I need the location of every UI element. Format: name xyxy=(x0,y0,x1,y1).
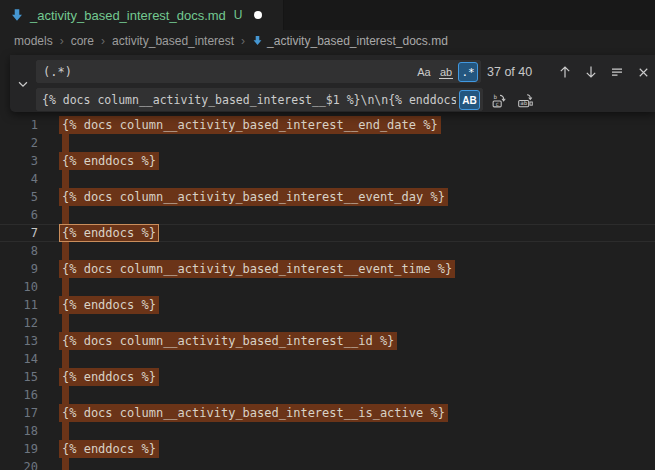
line-number: 18 xyxy=(0,422,38,440)
line-number: 19 xyxy=(0,440,38,458)
line-content[interactable] xyxy=(62,314,69,332)
unsaved-changes-dot-icon[interactable] xyxy=(254,11,262,19)
code-line[interactable]: 4 xyxy=(0,170,655,188)
find-match-highlight xyxy=(62,314,69,332)
breadcrumb-separator-chevron-icon: › xyxy=(241,34,245,48)
replace-all-button[interactable]: ab xyxy=(514,89,536,111)
find-match-highlight xyxy=(62,422,69,440)
find-results-count: 37 of 40 xyxy=(487,65,532,79)
close-find-widget-button[interactable] xyxy=(632,61,654,83)
find-match-highlight xyxy=(62,206,69,224)
code-line[interactable]: 6 xyxy=(0,206,655,224)
line-number: 1 xyxy=(0,116,38,134)
next-match-button[interactable] xyxy=(580,61,602,83)
breadcrumb-item[interactable]: core xyxy=(71,34,94,48)
preserve-case-toggle[interactable]: AB xyxy=(459,90,480,110)
line-content[interactable]: {% docs column__activity_based_interest_… xyxy=(62,188,448,206)
code-line[interactable]: 2 xyxy=(0,134,655,152)
vscode-window: _activity_based_interest_docs.md U model… xyxy=(0,0,655,470)
find-actions xyxy=(554,61,654,83)
line-number: 13 xyxy=(0,332,38,350)
line-content[interactable] xyxy=(62,170,69,188)
find-match-highlight: {% docs column__activity_based_interest_… xyxy=(59,116,441,134)
code-line[interactable]: 7{% enddocs %} xyxy=(0,224,655,242)
svg-text:c: c xyxy=(495,100,499,106)
replace-button[interactable]: c b xyxy=(488,89,510,111)
find-match-highlight xyxy=(62,350,69,368)
line-number: 16 xyxy=(0,386,38,404)
dbt-file-arrow-down-icon xyxy=(252,35,263,46)
line-content[interactable] xyxy=(62,206,69,224)
find-match-highlight xyxy=(62,278,69,296)
line-number: 8 xyxy=(0,242,38,260)
find-replace-widget: Aa ab .* 37 of 40 AB xyxy=(10,55,655,112)
toggle-replace-chevron-down-icon[interactable] xyxy=(16,77,30,91)
code-line[interactable]: 18 xyxy=(0,422,655,440)
code-line[interactable]: 9{% docs column__activity_based_interest… xyxy=(0,260,655,278)
breadcrumb-item[interactable]: activity_based_interest xyxy=(112,34,234,48)
svg-text:ab: ab xyxy=(520,100,528,106)
svg-text:b: b xyxy=(493,93,497,99)
find-match-highlight xyxy=(62,386,69,404)
match-case-toggle[interactable]: Aa xyxy=(414,62,434,82)
editor-pane[interactable]: Aa ab .* 37 of 40 AB xyxy=(0,51,655,470)
find-match-highlight: {% docs column__activity_based_interest_… xyxy=(59,260,455,278)
breadcrumb-file[interactable]: _activity_based_interest_docs.md xyxy=(252,34,448,48)
code-line[interactable]: 20 xyxy=(0,458,655,470)
find-match-highlight: {% enddocs %} xyxy=(59,152,159,170)
breadcrumb-separator-chevron-icon: › xyxy=(60,34,64,48)
find-options: Aa ab .* xyxy=(414,62,478,82)
code-line[interactable]: 10 xyxy=(0,278,655,296)
line-content[interactable]: {% docs column__activity_based_interest_… xyxy=(62,260,455,278)
code-line[interactable]: 17{% docs column__activity_based_interes… xyxy=(0,404,655,422)
line-number: 11 xyxy=(0,296,38,314)
breadcrumb-item[interactable]: models xyxy=(14,34,53,48)
line-content[interactable]: {% enddocs %} xyxy=(62,296,159,314)
tab-activity-based-interest-docs[interactable]: _activity_based_interest_docs.md U xyxy=(0,0,284,30)
code-line[interactable]: 3{% enddocs %} xyxy=(0,152,655,170)
line-content[interactable] xyxy=(62,278,69,296)
line-number: 15 xyxy=(0,368,38,386)
code-line[interactable]: 16 xyxy=(0,386,655,404)
line-content[interactable]: {% docs column__activity_based_interest_… xyxy=(62,404,448,422)
line-number: 6 xyxy=(0,206,38,224)
find-match-highlight: {% docs column__activity_based_interest_… xyxy=(59,404,448,422)
current-find-match: {% enddocs %} xyxy=(59,224,159,242)
code-line[interactable]: 13{% docs column__activity_based_interes… xyxy=(0,332,655,350)
find-match-highlight xyxy=(62,134,69,152)
line-number: 3 xyxy=(0,152,38,170)
line-content[interactable]: {% enddocs %} xyxy=(62,224,159,242)
line-content[interactable]: {% enddocs %} xyxy=(62,368,159,386)
code-line[interactable]: 1{% docs column__activity_based_interest… xyxy=(0,116,655,134)
line-content[interactable] xyxy=(62,386,69,404)
line-number: 12 xyxy=(0,314,38,332)
line-content[interactable]: {% docs column__activity_based_interest_… xyxy=(62,116,441,134)
line-content[interactable]: {% docs column__activity_based_interest_… xyxy=(62,332,397,350)
code-line[interactable]: 14 xyxy=(0,350,655,368)
find-in-selection-button[interactable] xyxy=(606,61,628,83)
code-line[interactable]: 19{% enddocs %} xyxy=(0,440,655,458)
replace-input[interactable] xyxy=(36,88,483,111)
code-line[interactable]: 5{% docs column__activity_based_interest… xyxy=(0,188,655,206)
code-line[interactable]: 8 xyxy=(0,242,655,260)
code-line[interactable]: 15{% enddocs %} xyxy=(0,368,655,386)
line-number: 10 xyxy=(0,278,38,296)
line-content[interactable] xyxy=(62,458,69,470)
line-content[interactable]: {% enddocs %} xyxy=(62,152,159,170)
line-content[interactable] xyxy=(62,350,69,368)
whole-word-toggle[interactable]: ab xyxy=(436,62,456,82)
regex-toggle[interactable]: .* xyxy=(458,62,478,82)
line-number: 4 xyxy=(0,170,38,188)
line-content[interactable] xyxy=(62,134,69,152)
line-content[interactable]: {% enddocs %} xyxy=(62,440,159,458)
line-number: 9 xyxy=(0,260,38,278)
line-number: 7 xyxy=(0,224,38,242)
dbt-file-arrow-down-icon xyxy=(10,8,24,22)
previous-match-button[interactable] xyxy=(554,61,576,83)
line-number: 20 xyxy=(0,458,38,470)
line-content[interactable] xyxy=(62,422,69,440)
code-line[interactable]: 12 xyxy=(0,314,655,332)
code-line[interactable]: 11{% enddocs %} xyxy=(0,296,655,314)
line-content[interactable] xyxy=(62,242,69,260)
find-match-highlight xyxy=(62,170,69,188)
